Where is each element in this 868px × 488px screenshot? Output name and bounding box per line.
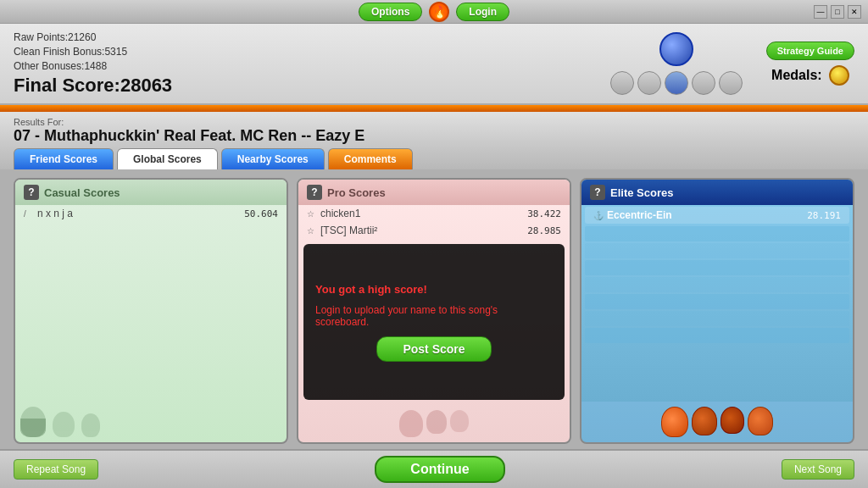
tab-comments[interactable]: Comments [328, 148, 413, 169]
orange-stripe [0, 105, 868, 112]
elite-char-3 [721, 407, 744, 434]
title-bar: Options 🔥 Login — □ ✕ [0, 0, 868, 24]
elite-char-1 [661, 407, 688, 437]
casual-char-1 [20, 407, 46, 437]
options-button[interactable]: Options [359, 3, 422, 21]
nav-btn-2[interactable] [637, 71, 661, 95]
elite-score-1: 28.191 [807, 210, 841, 221]
casual-char-2 [53, 412, 75, 437]
pro-rank-2: ☆ [307, 226, 320, 236]
elite-panel-title: Elite Scores [610, 186, 673, 199]
pro-figures [298, 405, 570, 442]
pro-char-1 [399, 410, 423, 437]
elite-panel-body: ⚓ Eccentric-Ein 28.191 [581, 205, 853, 442]
casual-panel-body: / n x n j a 50.604 [15, 205, 287, 442]
pro-panel: ? Pro Scores ☆ chicken1 38.422 ☆ [TSC] M… [297, 178, 571, 444]
final-score: Final Score:28063 [14, 75, 600, 97]
stripe-3 [585, 260, 849, 275]
elite-panel-header: ? Elite Scores [581, 180, 853, 205]
panels-row: ? Casual Scores / n x n j a 50.604 [0, 169, 868, 449]
pro-panel-title: Pro Scores [327, 186, 386, 199]
next-song-button[interactable]: Next Song [782, 459, 854, 480]
stripe-6 [585, 311, 849, 326]
elite-figures [581, 402, 853, 442]
bottom-bar: Repeat Song Continue Next Song [0, 449, 868, 488]
pro-panel-body: ☆ chicken1 38.422 ☆ [TSC] Martii² 28.985… [298, 205, 570, 442]
flame-icon: 🔥 [429, 2, 449, 22]
high-score-popup: You got a high score! Login to upload yo… [303, 244, 565, 400]
medals-label: Medals: [771, 68, 822, 83]
elite-char-4 [748, 407, 773, 435]
casual-help-icon[interactable]: ? [24, 185, 39, 200]
score-info: Raw Points:21260 Clean Finish Bonus:5315… [14, 30, 600, 97]
raw-points: Raw Points:21260 [14, 30, 600, 45]
maximize-button[interactable]: □ [831, 5, 844, 19]
casual-rank-1: / [24, 209, 37, 219]
minimize-button[interactable]: — [814, 5, 827, 19]
globe-icon [659, 32, 693, 66]
casual-panel-header: ? Casual Scores [15, 180, 287, 205]
results-for-label: Results For: [14, 117, 854, 127]
pro-score-row-1: ☆ chicken1 38.422 [298, 205, 570, 222]
pro-char-2 [426, 410, 447, 434]
score-header: Raw Points:21260 Clean Finish Bonus:5315… [0, 24, 868, 105]
repeat-song-button[interactable]: Repeat Song [14, 459, 98, 480]
window-controls: — □ ✕ [814, 5, 861, 19]
high-score-text: You got a high score! [315, 283, 553, 296]
clean-finish: Clean Finish Bonus:5315 [14, 45, 600, 59]
stripe-4 [585, 277, 849, 292]
pro-panel-header: ? Pro Scores [298, 180, 570, 205]
other-bonuses: Other Bonuses:1488 [14, 59, 600, 74]
pro-score-1: 38.422 [527, 208, 561, 219]
elite-name-1: Eccentric-Ein [607, 209, 807, 221]
elite-rank-1: ⚓ [593, 211, 607, 220]
casual-name-1: n x n j a [37, 208, 244, 219]
nav-btn-3[interactable] [665, 71, 688, 95]
nav-btn-4[interactable] [692, 71, 715, 95]
casual-figures [15, 222, 287, 442]
pro-char-3 [450, 410, 469, 432]
tab-nearby-scores[interactable]: Nearby Scores [221, 148, 325, 169]
casual-score-row: / n x n j a 50.604 [15, 205, 287, 222]
song-title: 07 - Muthaphuckkin' Real Feat. MC Ren --… [14, 127, 854, 145]
nav-btn-5[interactable] [719, 71, 743, 95]
pro-help-icon[interactable]: ? [307, 185, 322, 200]
app-window: Options 🔥 Login — □ ✕ Raw Points:21260 C… [0, 0, 868, 488]
pro-rank-1: ☆ [307, 209, 320, 219]
medals-section: Medals: [771, 65, 849, 86]
stripe-7 [585, 328, 849, 343]
login-button[interactable]: Login [456, 3, 509, 21]
tab-friend-scores[interactable]: Friend Scores [14, 148, 114, 169]
casual-panel-title: Casual Scores [44, 186, 120, 199]
results-header: Results For: 07 - Muthaphuckkin' Real Fe… [0, 112, 868, 145]
stripe-2 [585, 243, 849, 258]
elite-empty-rows [581, 225, 853, 402]
casual-panel: ? Casual Scores / n x n j a 50.604 [14, 178, 288, 444]
casual-char-3 [81, 413, 100, 437]
pro-score-row-2: ☆ [TSC] Martii² 28.985 [298, 222, 570, 239]
nav-icons [610, 71, 743, 95]
elite-panel: ? Elite Scores ⚓ Eccentric-Ein 28.191 [580, 178, 854, 444]
elite-char-2 [692, 407, 717, 435]
stripe-5 [585, 294, 849, 309]
elite-score-row-1: ⚓ Eccentric-Ein 28.191 [585, 207, 849, 224]
tab-global-scores[interactable]: Global Scores [117, 148, 218, 169]
strategy-guide-button[interactable]: Strategy Guide [766, 42, 854, 60]
elite-help-icon[interactable]: ? [590, 185, 605, 200]
close-button[interactable]: ✕ [848, 5, 861, 19]
stripe-1 [585, 226, 849, 241]
pro-name-1: chicken1 [320, 208, 527, 219]
post-score-button[interactable]: Post Score [376, 336, 491, 362]
continue-button[interactable]: Continue [375, 456, 504, 483]
pro-score-2: 28.985 [527, 225, 561, 236]
tabs-row: Friend Scores Global Scores Nearby Score… [0, 145, 868, 169]
pro-name-2: [TSC] Martii² [320, 225, 527, 236]
gold-medal [829, 65, 849, 86]
nav-btn-1[interactable] [610, 71, 634, 95]
casual-score-1: 50.604 [244, 208, 278, 219]
popup-login-text: Login to upload your name to this song's… [315, 304, 553, 328]
